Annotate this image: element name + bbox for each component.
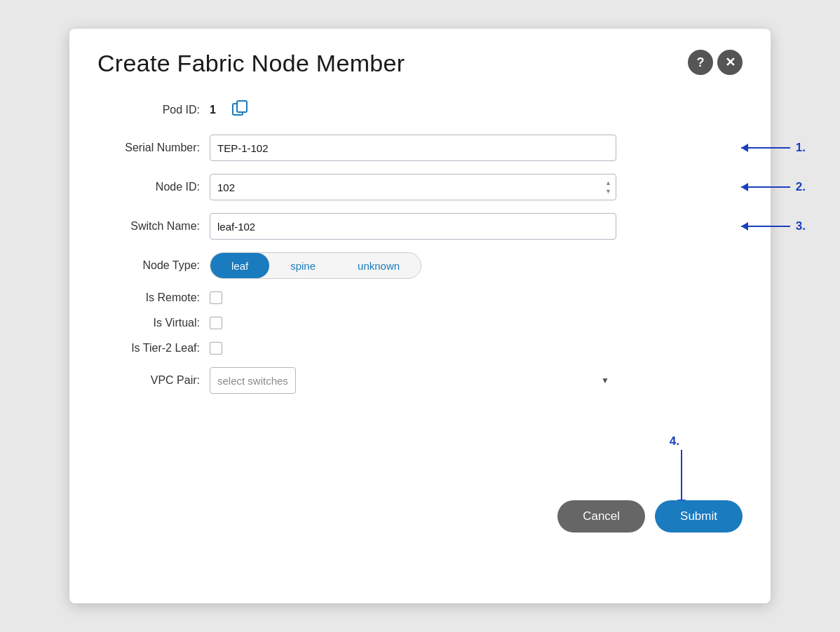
- node-type-toggle: leaf spine unknown: [210, 252, 421, 279]
- vpc-pair-label: VPC Pair:: [97, 374, 210, 387]
- dialog-header: Create Fabric Node Member ? ✕: [97, 50, 743, 77]
- node-id-row: Node ID: ▲ ▼ 2.: [97, 174, 743, 200]
- serial-number-label: Serial Number:: [97, 142, 210, 154]
- submit-button[interactable]: Submit: [655, 500, 743, 533]
- vpc-pair-row: VPC Pair: select switches ▼: [97, 367, 743, 394]
- annotation-4-area: 4. Cancel Submit: [97, 434, 743, 533]
- node-id-label: Node ID:: [97, 181, 210, 193]
- dialog-buttons: Cancel Submit: [557, 500, 743, 533]
- is-virtual-row: Is Virtual:: [97, 317, 743, 329]
- node-id-up-spinner[interactable]: ▲: [604, 179, 612, 187]
- annotation-2-label: 2.: [796, 180, 806, 194]
- pod-id-row: Pod ID: 1: [97, 98, 743, 122]
- help-button[interactable]: ?: [688, 50, 713, 75]
- annotation-4-label: 4.: [670, 434, 679, 448]
- switch-name-input[interactable]: [210, 213, 616, 240]
- is-tier2-checkbox[interactable]: [210, 342, 222, 355]
- is-virtual-checkbox[interactable]: [210, 317, 222, 329]
- dialog-title: Create Fabric Node Member: [97, 50, 405, 77]
- node-type-label: Node Type:: [97, 259, 210, 272]
- is-remote-label: Is Remote:: [97, 291, 210, 304]
- node-id-wrapper: ▲ ▼: [210, 174, 616, 200]
- annotation-3: 3.: [741, 219, 806, 233]
- annotation-4-arrow: [681, 450, 682, 506]
- cancel-button[interactable]: Cancel: [557, 500, 645, 533]
- create-fabric-node-dialog: Create Fabric Node Member ? ✕ Pod ID: 1 …: [69, 29, 771, 603]
- is-tier2-row: Is Tier-2 Leaf:: [97, 342, 743, 355]
- node-id-input[interactable]: [210, 174, 616, 200]
- node-type-unknown-btn[interactable]: unknown: [337, 253, 421, 278]
- node-type-spine-btn[interactable]: spine: [269, 253, 337, 278]
- annotation-3-label: 3.: [796, 219, 806, 233]
- svg-rect-1: [237, 101, 247, 112]
- vpc-pair-wrapper: select switches ▼: [210, 367, 616, 394]
- node-id-down-spinner[interactable]: ▼: [604, 188, 612, 195]
- vpc-pair-select[interactable]: select switches: [210, 367, 296, 394]
- node-id-spinners: ▲ ▼: [604, 179, 612, 195]
- form-body: Pod ID: 1 Serial Number: 1. Node ID:: [97, 98, 743, 575]
- switch-name-row: Switch Name: 3.: [97, 213, 743, 240]
- annotation-1-label: 1.: [796, 141, 806, 155]
- close-button[interactable]: ✕: [717, 50, 743, 75]
- serial-number-input[interactable]: [210, 135, 616, 161]
- serial-number-row: Serial Number: 1.: [97, 135, 743, 161]
- annotation-2: 2.: [741, 180, 806, 194]
- node-type-leaf-btn[interactable]: leaf: [210, 253, 269, 278]
- header-buttons: ? ✕: [688, 50, 743, 75]
- pod-id-label: Pod ID:: [97, 104, 210, 116]
- is-tier2-label: Is Tier-2 Leaf:: [97, 342, 210, 355]
- is-remote-row: Is Remote:: [97, 291, 743, 304]
- pod-copy-icon[interactable]: [230, 98, 250, 122]
- vpc-chevron-icon: ▼: [601, 376, 609, 385]
- annotation-1: 1.: [741, 141, 806, 155]
- is-virtual-label: Is Virtual:: [97, 317, 210, 329]
- bottom-section: 4. Cancel Submit: [97, 406, 743, 533]
- switch-name-label: Switch Name:: [97, 220, 210, 233]
- node-type-row: Node Type: leaf spine unknown: [97, 252, 743, 279]
- pod-id-value: 1: [210, 104, 216, 116]
- is-remote-checkbox[interactable]: [210, 291, 222, 304]
